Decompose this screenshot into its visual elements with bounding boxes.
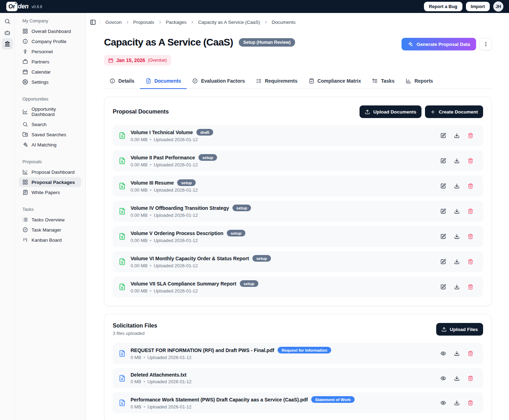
edit-button[interactable]: [440, 208, 446, 214]
file-meta: 0.00 MB • Uploaded 2026-01-12: [131, 137, 440, 142]
delete-button[interactable]: [468, 259, 473, 264]
sidebar-toggle-button[interactable]: [90, 19, 96, 25]
breadcrumb-item-govcon[interactable]: Govcon: [105, 20, 122, 25]
tab-compliance-matrix[interactable]: Compliance Matrix: [303, 74, 367, 89]
download-button[interactable]: [454, 133, 460, 138]
tab-bar: DetailsDocumentsEvaluation FactorsRequir…: [104, 74, 492, 89]
tab-label: Compliance Matrix: [318, 78, 361, 84]
report-bug-button[interactable]: Report a Bug: [424, 2, 462, 11]
more-options-button[interactable]: [480, 38, 492, 50]
file-status-badge: Request for Information: [278, 347, 331, 353]
sidebar-item-search[interactable]: Search: [19, 119, 81, 129]
sidebar-item-overall-dashboard[interactable]: Overall Dashboard: [19, 26, 81, 36]
download-button[interactable]: [454, 183, 460, 189]
breadcrumb-item-packages[interactable]: Packages: [166, 20, 187, 25]
rail-search-button[interactable]: [2, 16, 13, 27]
sidebar-item-proposal-dashboard[interactable]: Proposal Dashboard: [19, 167, 81, 177]
kanban-icon: [22, 237, 28, 243]
breadcrumb-item-capacity-as-a-service-caas[interactable]: Capacity as A Service (CaaS): [198, 20, 260, 25]
download-button[interactable]: [454, 234, 460, 239]
logo-text: den: [18, 3, 29, 10]
tab-tasks[interactable]: Tasks: [367, 74, 400, 89]
create-document-button[interactable]: Create Document: [425, 105, 483, 118]
sidebar-item-kanban-board[interactable]: Kanban Board: [19, 235, 81, 245]
sidebar-item-personnel[interactable]: Personnel: [19, 47, 81, 56]
sidebar-item-task-manager[interactable]: Task Manager: [19, 225, 81, 235]
user-avatar[interactable]: JH: [493, 1, 503, 12]
app-logo[interactable]: OrAI den v0.8.8: [6, 2, 42, 11]
rail-ai-assistant-button[interactable]: [2, 27, 13, 38]
file-text-icon: [146, 78, 151, 84]
sidebar-item-label: Personnel: [32, 49, 53, 54]
tab-documents[interactable]: Documents: [140, 74, 187, 89]
upload-documents-button[interactable]: Upload Documents: [360, 105, 421, 118]
tab-reports[interactable]: Reports: [400, 74, 439, 89]
download-button[interactable]: [454, 158, 460, 164]
sidebar: My CompanyOverall DashboardCompany Profi…: [15, 13, 86, 420]
download-button[interactable]: [454, 376, 460, 381]
rail-my-company-button[interactable]: [2, 38, 13, 49]
info-icon: [22, 39, 28, 44]
upload-icon: [441, 327, 447, 332]
upload-files-button[interactable]: Upload Files: [436, 323, 483, 336]
chart-bar-icon: [406, 78, 411, 84]
tab-details[interactable]: Details: [104, 74, 140, 89]
sidebar-item-settings[interactable]: Settings: [19, 77, 81, 87]
generate-proposal-data-button[interactable]: Generate Proposal Data: [402, 38, 476, 50]
sidebar-item-saved-searches[interactable]: Saved Searches: [19, 130, 81, 139]
sidebar-item-opportunity-dashboard[interactable]: Opportunity Dashboard: [19, 104, 81, 119]
overdue-label: (Overdue): [148, 58, 167, 63]
download-button[interactable]: [454, 351, 460, 356]
file-meta: 0.00 MB • Uploaded 2026-01-12: [131, 263, 440, 268]
plus-icon: [430, 109, 435, 115]
sidebar-item-white-papers[interactable]: White Papers: [19, 187, 81, 197]
download-button[interactable]: [454, 259, 460, 264]
square-pen-icon: [440, 259, 446, 264]
download-button[interactable]: [454, 208, 460, 214]
delete-button[interactable]: [468, 376, 473, 381]
view-button[interactable]: [440, 376, 446, 381]
delete-button[interactable]: [468, 133, 473, 138]
file-text-icon: [119, 132, 126, 139]
view-button[interactable]: [440, 400, 446, 406]
tab-evaluation-factors[interactable]: Evaluation Factors: [187, 74, 250, 89]
delete-button[interactable]: [468, 351, 473, 356]
breadcrumb-item-documents[interactable]: Documents: [272, 20, 295, 25]
download-button[interactable]: [454, 400, 460, 406]
edit-button[interactable]: [440, 158, 446, 164]
delete-button[interactable]: [468, 183, 473, 189]
edit-button[interactable]: [440, 133, 446, 138]
sidebar-item-calendar[interactable]: Calendar: [19, 67, 81, 77]
edit-button[interactable]: [440, 234, 446, 239]
sidebar-item-label: Company Profile: [32, 39, 67, 44]
square-pen-icon: [440, 208, 446, 214]
trash-icon: [468, 133, 473, 138]
delete-button[interactable]: [468, 400, 473, 406]
sidebar-item-label: White Papers: [32, 190, 60, 195]
delete-button[interactable]: [468, 158, 473, 164]
files-uploaded-count: 3 files uploaded: [113, 331, 157, 336]
sidebar-item-label: Opportunity Dashboard: [32, 106, 78, 117]
sidebar-item-tasks-overview[interactable]: Tasks Overview: [19, 215, 81, 225]
sidebar-item-partners[interactable]: Partners: [19, 57, 81, 67]
file-status-badge: Statement of Work: [311, 396, 354, 403]
delete-button[interactable]: [468, 284, 473, 290]
breadcrumb-item-proposals[interactable]: Proposals: [133, 20, 154, 25]
import-button[interactable]: Import: [466, 2, 490, 11]
view-button[interactable]: [440, 351, 446, 356]
sidebar-item-ai-matching[interactable]: AI Matching: [19, 140, 81, 150]
sidebar-item-proposal-packages[interactable]: Proposal Packages: [19, 177, 81, 187]
logo-mark: OrAI: [6, 2, 18, 11]
edit-button[interactable]: [440, 259, 446, 264]
file-text-icon: [119, 283, 126, 290]
delete-button[interactable]: [468, 208, 473, 214]
download-icon: [454, 284, 460, 290]
edit-button[interactable]: [440, 284, 446, 290]
tab-label: Requirements: [265, 78, 297, 84]
download-button[interactable]: [454, 284, 460, 290]
sidebar-item-company-profile[interactable]: Company Profile: [19, 36, 81, 46]
edit-button[interactable]: [440, 183, 446, 189]
tab-requirements[interactable]: Requirements: [250, 74, 303, 89]
delete-button[interactable]: [468, 234, 473, 239]
file-status-badge: setup: [240, 280, 258, 287]
